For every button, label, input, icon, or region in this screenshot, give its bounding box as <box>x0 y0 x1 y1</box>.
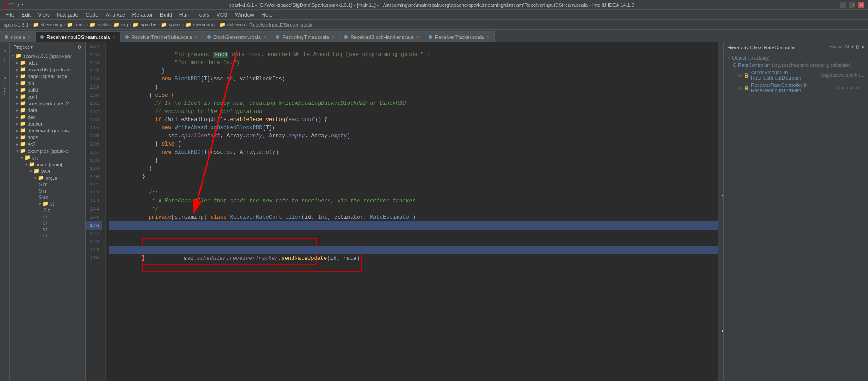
menu-view[interactable]: View <box>34 11 53 19</box>
tree-idea[interactable]: ▸ 📁 .idea <box>10 59 85 66</box>
code-line-128[interactable]: } <box>109 75 718 83</box>
tree-docs[interactable]: ▸ 📁 docs <box>10 134 85 141</box>
breadcrumb-org[interactable]: 📁 org <box>113 22 128 28</box>
breadcrumb-file[interactable]: ReceiverInputDStream.scala <box>249 22 312 28</box>
menu-vcs[interactable]: VCS <box>213 11 231 19</box>
menu-run[interactable]: Run <box>176 11 193 19</box>
menu-edit[interactable]: Edit <box>18 11 34 19</box>
code-line-146[interactable]: override def publish(rate: Long): Unit = <box>109 221 718 230</box>
code-line-130[interactable]: // If no block is ready now, creating Wr… <box>109 91 718 99</box>
tab-receiversuite-close[interactable]: × <box>195 34 198 40</box>
tree-t2[interactable]: t t <box>10 220 85 226</box>
code-line-144[interactable]: private[streaming] class ReceiverRateCon… <box>109 205 718 213</box>
breadcrumb-streaming2[interactable]: 📁 streaming <box>185 22 215 28</box>
tree-sc[interactable]: S sc <box>10 194 85 200</box>
tree-t3[interactable]: t t <box>10 226 85 232</box>
tab-receivertracker[interactable]: ReceiverTracker.scala × <box>424 31 495 42</box>
code-line-131[interactable]: // according to the configuration <box>109 99 718 108</box>
code-line-129[interactable]: } else { <box>109 83 718 91</box>
code-line-133[interactable]: new WriteAheadLogBackedBlockRDD[T]( <box>109 116 718 124</box>
menu-analyze[interactable]: Analyze <box>102 11 129 19</box>
menu-refactor[interactable]: Refactor <box>129 11 156 19</box>
code-line-149[interactable]: } <box>109 246 718 254</box>
menu-help[interactable]: Help <box>258 11 276 19</box>
hierarchy-ratecontroller[interactable]: C RateController (org.apache.spark.strea… <box>726 61 866 69</box>
breadcrumb-apache[interactable]: 📁 apache <box>132 22 156 28</box>
tree-main[interactable]: ▾ 📁 main [main] <box>10 161 85 168</box>
tree-orga[interactable]: ▾ 📁 org.a <box>10 174 85 181</box>
code-line-141[interactable]: /** <box>109 181 718 189</box>
tree-st-folder[interactable]: ▾ 📁 st <box>10 200 85 207</box>
tab-receiversuite[interactable]: ReceiverTrackerSuite.scala × <box>121 31 203 42</box>
code-line-148[interactable]: } <box>109 238 718 246</box>
maximize-button[interactable]: □ <box>849 2 855 8</box>
tree-bin[interactable]: ▸ 📁 bin <box>10 80 85 86</box>
tree-m1[interactable]: S m <box>10 181 85 188</box>
close-button[interactable]: ✕ <box>858 2 864 8</box>
menu-navigate[interactable]: Navigate <box>53 11 82 19</box>
hierarchy-object[interactable]: ○ Object (java.lang) <box>726 54 866 61</box>
tree-docker-integration[interactable]: ▸ 📁 docker-integration- <box>10 127 85 134</box>
tab-receiverinputdstream[interactable]: ReceiverInputDStream.scala × <box>36 31 120 42</box>
window-controls[interactable]: — □ ✕ <box>840 2 864 8</box>
menu-tools[interactable]: Tools <box>193 11 213 19</box>
tree-conf[interactable]: ▸ 📁 conf <box>10 93 85 100</box>
code-line-136[interactable]: new BlockRDD[T](ssc.sc, Array.empty) <box>109 140 718 148</box>
tab-receiverinputdstream-close[interactable]: × <box>113 34 115 40</box>
tab-recurringtimer[interactable]: RecurringTimer.scala × <box>271 31 340 42</box>
tab-r-scala[interactable]: r.scala × <box>0 31 36 42</box>
tree-m2[interactable]: S m <box>10 188 85 194</box>
tree-build[interactable]: ▸ 📁 build <box>10 86 85 93</box>
tree-examples[interactable]: ▾ 📁 examples [spark-e: <box>10 147 85 154</box>
breadcrumb-spark[interactable]: spark-1.6.1 <box>4 22 28 28</box>
code-line-140[interactable] <box>109 173 718 181</box>
hierarchy-settings-icon[interactable]: ⚙ <box>855 44 860 50</box>
tab-receivedblockhandler[interactable]: ReceivedBlockHandler.scala × <box>340 31 424 42</box>
code-line-134[interactable]: ssc.sparkContext, Array.empty, Array.emp… <box>109 124 718 132</box>
tree-t4[interactable]: t t <box>10 232 85 239</box>
tree-c[interactable]: S c <box>10 207 85 213</box>
breadcrumb-scala[interactable]: 📁 scala <box>90 22 109 28</box>
breadcrumb-spark2[interactable]: 📁 spark <box>161 22 181 28</box>
breadcrumb-main[interactable]: 📁 main <box>67 22 85 28</box>
code-line-137[interactable]: } <box>109 148 718 156</box>
menu-code[interactable]: Code <box>82 11 102 19</box>
tree-bagel[interactable]: ▸ 📁 bagel [spark-bage <box>10 73 85 80</box>
code-line-135[interactable]: } else { <box>109 132 718 140</box>
code-line-124[interactable]: "To prevent such data loss, enabled Writ… <box>109 42 718 51</box>
code-line-145[interactable]: extends RateController(id, estimator) { <box>109 213 718 221</box>
tree-dev[interactable]: ▸ 📁 dev <box>10 113 85 120</box>
tree-docker[interactable]: ▸ 📁 docker <box>10 120 85 127</box>
code-line-143[interactable]: */ <box>109 197 718 205</box>
tree-assembly[interactable]: ▸ 📁 assembly [spark-as <box>10 66 85 73</box>
code-line-138[interactable]: } <box>109 156 718 165</box>
tree-data[interactable]: ▸ 📁 data <box>10 107 85 113</box>
code-line-126[interactable]: } <box>109 59 718 67</box>
minimize-button[interactable]: — <box>840 2 846 8</box>
right-scrollbar[interactable] <box>718 42 723 381</box>
tab-blockgenerator[interactable]: BlockGenerator.scala × <box>203 31 271 42</box>
sidebar-settings-icon[interactable]: ⚙ <box>77 44 82 50</box>
tree-t1[interactable]: t t <box>10 213 85 220</box>
code-line-125[interactable]: "for more details.") <box>109 51 718 59</box>
tab-receivertracker-close[interactable]: × <box>486 34 489 40</box>
tree-java[interactable]: ▾ 📁 java <box>10 168 85 174</box>
hierarchy-anonymous[interactable]: ◇ 🔒 <anonymous> in RateTestInputDStream … <box>726 69 866 81</box>
tree-spark-root[interactable]: ▾ 📁 spark-1.6.1 [spark-par <box>10 52 85 59</box>
breadcrumb-streaming[interactable]: 📁 streaming <box>33 22 62 28</box>
tree-ec2[interactable]: ▸ 📁 ec2 <box>10 141 85 147</box>
code-line-139[interactable]: } <box>109 165 718 173</box>
tab-blockgenerator-close[interactable]: × <box>264 34 266 40</box>
project-tool-btn[interactable]: Project <box>1 44 9 71</box>
code-line-127[interactable]: new BlockRDD[T](ssc.sc, validBlockIds) <box>109 67 718 75</box>
code-line-142[interactable]: * A RateController that sends the new ra… <box>109 189 718 197</box>
code-line-132[interactable]: if (WriteAheadLogUtils.enableReceiverLog… <box>109 108 718 116</box>
structure-tool-btn[interactable]: Structure <box>1 73 9 100</box>
code-line-150[interactable] <box>109 254 718 262</box>
tab-receivedblockhandler-close[interactable]: × <box>416 34 419 40</box>
menu-file[interactable]: File <box>2 11 18 19</box>
hierarchy-receiverratecontroller[interactable]: ◇ 🔒 ReceiverRateController in ReceiverIn… <box>726 81 866 94</box>
menu-build[interactable]: Build <box>156 11 176 19</box>
code-line-147[interactable]: ssc.scheduler.receiverTracker.sendRateUp… <box>109 230 718 238</box>
menu-window[interactable]: Window <box>231 11 258 19</box>
